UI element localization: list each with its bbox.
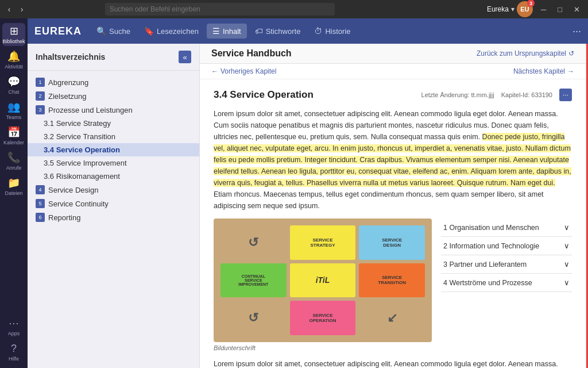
- itil-sticky-notes: ↺ SERVICESTRATEGY SERVICEDESiGN CONTINUA…: [214, 218, 432, 342]
- sidebar-item-teams[interactable]: 👥 Teams: [2, 99, 25, 122]
- nav-lesezeichen[interactable]: 🔖 Lesezeichen: [138, 24, 204, 39]
- title-bar-right: Eureka ▾ EU 3 ─ □ ✕: [487, 1, 583, 17]
- nav-inhalt[interactable]: ☰ Inhalt: [207, 24, 247, 39]
- hilfe-icon: ?: [11, 343, 17, 355]
- highlighted-text: Donec pede justo, fringilla vel, aliquet…: [214, 133, 571, 187]
- search-input[interactable]: [110, 5, 330, 13]
- image-caption: Bildunterschrift: [214, 344, 432, 351]
- prev-chapter-button[interactable]: ← Vorheriges Kapitel: [211, 67, 276, 75]
- page-top-bar: Service Handbuch Zurück zum Ursprungskap…: [200, 44, 586, 64]
- toc-num-box-1: 1: [36, 78, 45, 87]
- toc-list: 1 Abgrenzung 2 Zielsetzung 3 Prozesse un…: [28, 71, 199, 368]
- sticky-arrow-2: ↺: [220, 301, 287, 335]
- chevron-down-icon-2: ∨: [564, 241, 570, 250]
- accordion-item-3: 3 Partner und Lieferantem ∨: [441, 255, 572, 274]
- origin-link[interactable]: Zurück zum Ursprungskapitel ↺: [477, 49, 574, 57]
- toc-title: Inhaltsverzeichnis: [36, 52, 105, 62]
- nav-stichworte[interactable]: 🏷 Stichworte: [249, 24, 307, 39]
- accordion: 1 Organisation und Menschen ∨ 2 Informat…: [441, 218, 572, 351]
- accordion-header-3[interactable]: 3 Partner und Lieferantem ∨: [441, 255, 572, 273]
- sidebar-item-kalender[interactable]: 📅 Kalender: [2, 124, 25, 147]
- next-arrow-icon: →: [567, 67, 574, 75]
- accordion-item-4: 4 Wertströme und Prozesse ∨: [441, 274, 572, 292]
- accordion-item-1: 1 Organisation und Menschen ∨: [441, 218, 572, 237]
- toc-item-3[interactable]: 3 Prozesse und Leistungen: [28, 103, 199, 117]
- toc-item-4[interactable]: 4 Service Design: [28, 183, 199, 197]
- chapter-title: 3.4 Service Operation: [214, 89, 314, 101]
- sidebar-item-hilfe[interactable]: ? Hilfe: [2, 340, 25, 363]
- chat-icon: 💬: [7, 75, 20, 88]
- sidebar-item-anrufe[interactable]: 📞 Anrufe: [2, 150, 25, 172]
- toc-item-3-2[interactable]: 3.2 Service Transition: [28, 130, 199, 143]
- chapter-nav-arrows: ← Vorheriges Kapitel Nächstes Kapitel →: [200, 64, 586, 79]
- accordion-header-1[interactable]: 1 Organisation und Menschen ∨: [441, 218, 572, 236]
- minimize-button[interactable]: ─: [537, 5, 550, 14]
- toc-item-5[interactable]: 5 Service Continuity: [28, 197, 199, 210]
- chapter-meta: Letzte Änderung: tt.mm.jjjj Kapitel-Id: …: [421, 89, 572, 101]
- toc-header: Inhaltsverzeichnis «: [28, 44, 199, 71]
- content-two-col: ↺ SERVICESTRATEGY SERVICEDESiGN CONTINUA…: [214, 218, 572, 351]
- forward-button[interactable]: ›: [17, 5, 26, 14]
- sidebar-right-panel: [586, 44, 588, 368]
- toc-sidebar: Inhaltsverzeichnis « 1 Abgrenzung 2 Ziel…: [28, 44, 200, 368]
- toc-item-3-4[interactable]: 3.4 Service Operation: [28, 143, 199, 156]
- toc-item-2[interactable]: 2 Zielsetzung: [28, 89, 199, 103]
- toc-item-3-5[interactable]: 3.5 Service Improvement: [28, 156, 199, 170]
- toc-num-box-4: 4: [36, 185, 45, 194]
- sticky-arrow-1: ↺: [220, 225, 287, 260]
- nav-more-button[interactable]: ···: [572, 25, 581, 37]
- content-body: 3.4 Service Operation Letzte Änderung: t…: [200, 79, 586, 368]
- toc-num-box-6: 6: [36, 213, 45, 222]
- nav-suche[interactable]: 🔍 Suche: [91, 24, 136, 39]
- address-bar[interactable]: [105, 3, 335, 16]
- origin-link-icon: ↺: [568, 49, 574, 57]
- toc-item-3-6[interactable]: 3.6 Risikomanagement: [28, 170, 199, 183]
- apps-icon: ⋯: [9, 317, 19, 329]
- maximize-button[interactable]: □: [554, 5, 566, 14]
- user-avatar[interactable]: EU 3: [517, 1, 533, 17]
- body-text-1: Lorem ipsum dolor sit amet, consectetuer…: [214, 108, 572, 212]
- chevron-down-icon-4: ∨: [564, 278, 570, 287]
- sticky-operation: SERVICEOPERATION: [290, 301, 356, 335]
- sidebar-item-dateien[interactable]: 📁 Dateien: [2, 175, 25, 198]
- tag-nav-icon: 🏷: [255, 26, 263, 36]
- nav-historie[interactable]: ⏱ Historie: [308, 24, 356, 39]
- sticky-transition: SERVICETRANSiTiON: [359, 263, 425, 298]
- back-button[interactable]: ‹: [5, 5, 14, 14]
- close-button[interactable]: ✕: [570, 5, 583, 14]
- last-change-label: Letzte Änderung: tt.mm.jjjj: [421, 91, 494, 98]
- toc-num-box-5: 5: [36, 199, 45, 208]
- toc-item-3-1[interactable]: 3.1 Service Strategy: [28, 117, 199, 130]
- body-text-3: Lorem ipsum dolor sit amet, consectetuer…: [214, 358, 572, 368]
- window-nav-controls[interactable]: ‹ ›: [5, 5, 26, 14]
- sidebar-item-chat[interactable]: 💬 Chat: [2, 74, 25, 97]
- sidebar-item-aktivitat[interactable]: 🔔 Aktivität: [2, 48, 25, 71]
- sticky-design: SERVICEDESiGN: [359, 225, 425, 260]
- bookmark-nav-icon: 🔖: [144, 26, 154, 36]
- itil-image-container: ↺ SERVICESTRATEGY SERVICEDESiGN CONTINUA…: [214, 218, 432, 351]
- app-logo: EUREKA: [34, 25, 82, 37]
- origin-link-label: Zurück zum Ursprungskapitel: [477, 49, 566, 57]
- user-badge: Eureka ▾ EU 3: [487, 1, 533, 17]
- anrufe-icon: 📞: [7, 151, 20, 164]
- toc-item-1[interactable]: 1 Abgrenzung: [28, 75, 199, 89]
- search-nav-icon: 🔍: [96, 26, 106, 36]
- sidebar-item-apps[interactable]: ⋯ Apps: [2, 315, 25, 338]
- icon-sidebar: ⊞ Bibliothek 🔔 Aktivität 💬 Chat 👥 Teams …: [0, 18, 28, 368]
- accordion-header-4[interactable]: 4 Wertströme und Prozesse ∨: [441, 274, 572, 292]
- chapter-action-button[interactable]: ···: [559, 89, 572, 101]
- toc-item-6[interactable]: 6 Reporting: [28, 210, 199, 224]
- toc-collapse-button[interactable]: «: [179, 51, 191, 63]
- top-nav: EUREKA 🔍 Suche 🔖 Lesezeichen ☰ Inhalt 🏷 …: [28, 18, 588, 44]
- accordion-header-2[interactable]: 2 Information und Technologie ∨: [441, 237, 572, 255]
- sticky-continual: CONTINUALSERVICEIMPROVEMENT: [220, 263, 287, 298]
- sidebar-item-bibliothek[interactable]: ⊞ Bibliothek: [2, 23, 25, 46]
- book-title: Service Handbuch: [211, 48, 292, 59]
- prev-arrow-icon: ←: [211, 67, 218, 75]
- page-content: Service Handbuch Zurück zum Ursprungskap…: [200, 44, 586, 368]
- title-bar: ‹ › Eureka ▾ EU 3 ─ □ ✕: [0, 0, 588, 18]
- toc-num-box-3: 3: [36, 105, 45, 114]
- next-chapter-button[interactable]: Nächstes Kapitel →: [513, 67, 574, 75]
- aktivitat-icon: 🔔: [7, 50, 20, 63]
- sticky-arrow-3: ↙: [359, 301, 425, 335]
